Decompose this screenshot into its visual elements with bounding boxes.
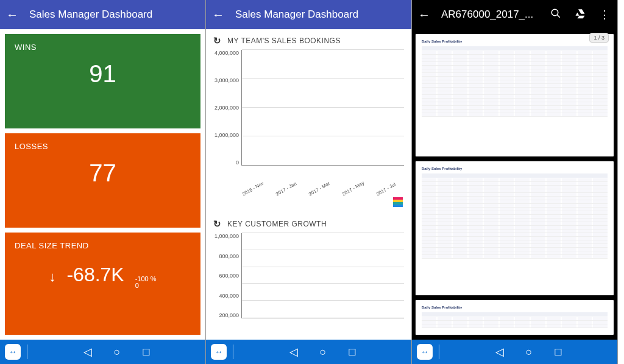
back-arrow-icon[interactable]: ← <box>418 9 430 21</box>
deal-row: ↓ -68.7K -100 % 0 <box>15 264 191 289</box>
section-title: MY TEAM'S SALES BOOKINGS <box>227 37 341 45</box>
document-title: AR676000_2017_... <box>441 9 538 21</box>
document-viewer[interactable]: Daily Sales Profitability Daily Sales Pr… <box>412 29 617 340</box>
doc-table <box>422 46 608 117</box>
navbar-divider <box>439 345 439 359</box>
dashboard-cards: WINS 91 LOSSES 77 DEAL SIZE TREND ↓ -68.… <box>0 29 205 340</box>
nav-recent-button[interactable]: □ <box>545 346 572 359</box>
deal-label: DEAL SIZE TREND <box>15 241 191 250</box>
y-axis: 4,000,0003,000,0002,000,0001,000,0000 <box>213 50 241 166</box>
svg-point-0 <box>551 9 558 16</box>
teamviewer-icon[interactable]: ↔ <box>5 344 21 360</box>
nav-back-button[interactable]: ◁ <box>74 345 101 359</box>
nav-back-button[interactable]: ◁ <box>486 345 513 359</box>
doc-heading: Daily Sales Profitability <box>422 305 608 310</box>
doc-table <box>422 173 608 259</box>
doc-heading: Daily Sales Profitability <box>422 166 608 171</box>
doc-page[interactable]: Daily Sales Profitability <box>416 34 614 156</box>
nav-home-button[interactable]: ○ <box>310 346 336 359</box>
android-navbar: ↔ ◁ ○ □ <box>0 340 205 364</box>
overflow-menu-icon[interactable]: ⋮ <box>598 8 611 21</box>
growth-chart[interactable]: 1,000,000800,000600,000400,000200,000 <box>213 233 404 337</box>
nav-recent-button[interactable]: □ <box>339 346 366 359</box>
down-arrow-icon: ↓ <box>49 269 55 285</box>
appbar: ← Sales Manager Dashboard <box>206 0 411 29</box>
android-navbar: ↔ ◁ ○ □ <box>412 340 617 364</box>
deal-value: -68.7K <box>66 264 124 286</box>
losses-card[interactable]: LOSSES 77 <box>5 133 200 228</box>
page-counter-badge: 1 / 3 <box>589 33 609 43</box>
section-title: KEY CUSTOMER GROWTH <box>227 220 327 228</box>
teamviewer-icon[interactable]: ↔ <box>211 344 227 360</box>
bookings-chart[interactable]: 4,000,0003,000,0002,000,0001,000,0000 <box>213 50 404 190</box>
deal-size-card[interactable]: DEAL SIZE TREND ↓ -68.7K -100 % 0 <box>5 233 200 335</box>
phone-screen-1: ← Sales Manager Dashboard WINS 91 LOSSES… <box>0 0 206 364</box>
appbar: ← Sales Manager Dashboard <box>0 0 205 29</box>
charts-body: ↻ MY TEAM'S SALES BOOKINGS 4,000,0003,00… <box>206 29 411 340</box>
nav-back-button[interactable]: ◁ <box>280 345 307 359</box>
wins-label: WINS <box>15 43 191 52</box>
chart-plot <box>241 233 404 318</box>
doc-page[interactable]: Daily Sales Profitability <box>416 161 614 295</box>
navbar-divider <box>233 345 233 359</box>
doc-table <box>422 312 608 328</box>
drive-icon[interactable] <box>573 8 587 22</box>
refresh-icon[interactable]: ↻ <box>213 219 221 229</box>
losses-value: 77 <box>15 159 191 187</box>
section-bookings: ↻ MY TEAM'S SALES BOOKINGS 4,000,0003,00… <box>213 35 404 198</box>
phone-screen-3: ← AR676000_2017_... ⋮ 1 / 3 Daily Sales … <box>412 0 618 364</box>
svg-line-1 <box>557 15 560 18</box>
android-navbar: ↔ ◁ ○ □ <box>206 340 411 364</box>
teamviewer-icon[interactable]: ↔ <box>417 344 433 360</box>
chart-plot <box>241 50 404 166</box>
losses-label: LOSSES <box>15 142 191 151</box>
nav-home-button[interactable]: ○ <box>516 346 542 359</box>
navbar-divider <box>27 345 27 359</box>
wins-value: 91 <box>15 60 191 88</box>
x-axis: 2016 - Nov2017 - Jan2017 - Mar2017 - May… <box>213 192 404 198</box>
back-arrow-icon[interactable]: ← <box>212 9 224 21</box>
nav-recent-button[interactable]: □ <box>133 346 160 359</box>
doc-heading: Daily Sales Profitability <box>422 39 608 44</box>
nav-home-button[interactable]: ○ <box>104 346 130 359</box>
section-growth: ↻ KEY CUSTOMER GROWTH 1,000,000800,00060… <box>213 219 404 337</box>
deal-pct-bottom: 0 <box>135 282 157 289</box>
back-arrow-icon[interactable]: ← <box>6 9 18 21</box>
chart-legend-icon[interactable] <box>393 197 403 207</box>
doc-page[interactable]: Daily Sales Profitability <box>416 300 614 335</box>
appbar: ← AR676000_2017_... ⋮ <box>412 0 617 29</box>
appbar-title: Sales Manager Dashboard <box>29 9 199 21</box>
deal-pct: -100 % 0 <box>135 276 157 289</box>
refresh-icon[interactable]: ↻ <box>213 35 221 46</box>
appbar-title: Sales Manager Dashboard <box>235 9 405 21</box>
y-axis: 1,000,000800,000600,000400,000200,000 <box>213 233 241 318</box>
search-icon[interactable] <box>549 8 562 22</box>
phone-screen-2: ← Sales Manager Dashboard ↻ MY TEAM'S SA… <box>206 0 412 364</box>
wins-card[interactable]: WINS 91 <box>5 34 200 128</box>
